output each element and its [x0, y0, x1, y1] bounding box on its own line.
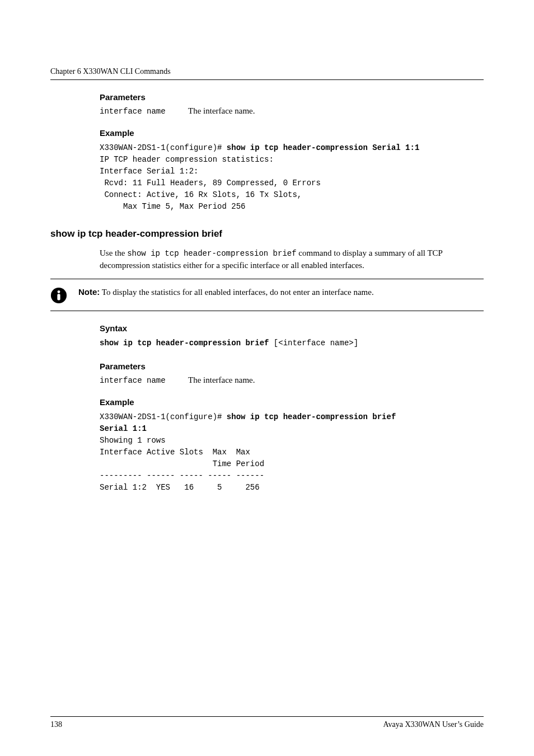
param-name-1: interface name: [100, 107, 172, 116]
example2-prompt: X330WAN-2DS1-1(configure)#: [100, 412, 227, 421]
note-text: Note: To display the statistics for all …: [78, 286, 374, 299]
syntax-block: Syntax show ip tcp header-compression br…: [100, 323, 484, 494]
cmd-desc-lead: Use the: [100, 248, 127, 257]
note-rule-bottom: [50, 311, 484, 311]
param-desc-2: The interface name.: [188, 375, 255, 385]
note-block: Note: To display the statistics for all …: [50, 286, 484, 304]
syntax-line: show ip tcp header-compression brief [<i…: [100, 337, 484, 349]
example2-line2: Interface Active Slots Max Max: [100, 448, 250, 457]
heading-example-2: Example: [100, 397, 484, 407]
syntax-bold: show ip tcp header-compression brief: [100, 339, 269, 348]
note-label: Note:: [78, 287, 100, 297]
heading-command: show ip tcp header-compression brief: [50, 228, 484, 240]
note-body: To display the statistics for all enable…: [100, 288, 373, 297]
example2-line3: Time Period: [100, 459, 264, 468]
example2-line5: Serial 1:2 YES 16 5 256: [100, 483, 260, 492]
param-desc-1: The interface name.: [188, 106, 255, 116]
heading-parameters-2: Parameters: [100, 361, 484, 371]
param-row-1: interface name The interface name.: [100, 106, 484, 116]
cmd-desc-code: show ip tcp header-compression brief: [127, 249, 296, 258]
heading-parameters-1: Parameters: [100, 92, 484, 102]
example-2-block: X330WAN-2DS1-1(configure)# show ip tcp h…: [100, 411, 484, 494]
command-description: Use the show ip tcp header-compression b…: [100, 247, 484, 272]
footer: 138 Avaya X330WAN User’s Guide: [50, 716, 484, 729]
heading-example-1: Example: [100, 128, 484, 138]
example2-line1: Showing 1 rows: [100, 436, 166, 445]
svg-rect-2: [57, 294, 60, 300]
running-head: Chapter 6 X330WAN CLI Commands: [50, 67, 484, 76]
syntax-rest: [<interface name>]: [269, 339, 358, 348]
info-icon: [50, 287, 67, 304]
example1-line3: Rcvd: 11 Full Headers, 89 Compressed, 0 …: [100, 179, 321, 187]
example2-cmd-a: show ip tcp header-compression brief: [227, 412, 401, 421]
page: Chapter 6 X330WAN CLI Commands Parameter…: [0, 0, 534, 756]
example1-line5: Max Time 5, Max Period 256: [100, 202, 245, 211]
note-rule-top: [50, 279, 484, 279]
param-row-2: interface name The interface name.: [100, 375, 484, 385]
example1-line4: Connect: Active, 16 Rx Slots, 16 Tx Slot…: [100, 190, 302, 199]
guide-title: Avaya X330WAN User’s Guide: [383, 720, 484, 729]
example1-prompt: X330WAN-2DS1-1(configure)#: [100, 143, 227, 152]
example1-cmd: show ip tcp header-compression Serial 1:…: [227, 143, 419, 152]
svg-point-1: [58, 290, 60, 293]
example2-cmd-b: Serial 1:1: [100, 424, 147, 433]
heading-syntax: Syntax: [100, 323, 484, 333]
param-name-2: interface name: [100, 376, 172, 385]
content-block: Parameters interface name The interface …: [100, 92, 484, 213]
example1-line1: IP TCP header compression statistics:: [100, 155, 274, 164]
example1-line2: Interface Serial 1:2:: [100, 167, 198, 176]
page-number: 138: [50, 720, 62, 729]
command-body: Use the show ip tcp header-compression b…: [100, 247, 484, 272]
example-1-block: X330WAN-2DS1-1(configure)# show ip tcp h…: [100, 142, 484, 213]
rule-top: [50, 79, 484, 80]
example2-line4: --------- ------ ----- ----- ------: [100, 471, 264, 480]
